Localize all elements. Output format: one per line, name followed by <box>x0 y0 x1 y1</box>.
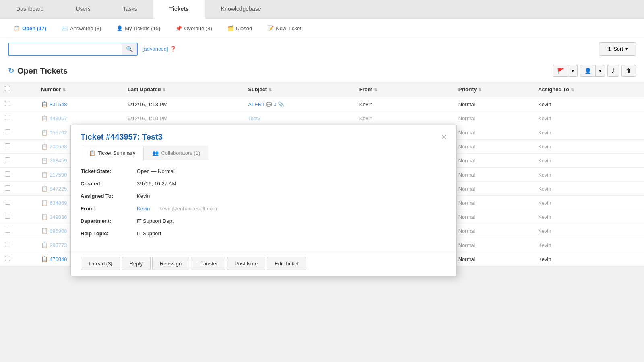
tab-label: Collaborators (1) <box>161 150 200 156</box>
assigned-to-value: Kevin <box>137 193 150 199</box>
from-label: From: <box>80 206 137 212</box>
tab-label: Ticket Summary <box>98 150 135 156</box>
from-link[interactable]: Kevin <box>137 206 150 212</box>
popup-footer-btn-transfer[interactable]: Transfer <box>191 257 225 270</box>
ticket-popup: Ticket #443957: Test3 ✕ 📋Ticket Summary👥… <box>70 125 457 276</box>
from-email: kevin@enhancesoft.com <box>159 206 217 212</box>
popup-title: Ticket #443957: Test3 <box>80 132 163 142</box>
tab-icon: 👥 <box>152 150 159 156</box>
popup-footer-btn-reassign[interactable]: Reassign <box>152 257 189 270</box>
popup-tabs: 📋Ticket Summary👥Collaborators (1) <box>71 146 456 160</box>
created-row: Created: 3/1/16, 10:27 AM <box>80 181 447 187</box>
ticket-state-row: Ticket State: Open — Normal <box>80 168 447 174</box>
popup-footer-btn-reply[interactable]: Reply <box>122 257 151 270</box>
created-label: Created: <box>80 181 137 187</box>
tab-icon: 📋 <box>89 150 95 156</box>
help-topic-label: Help Topic: <box>80 230 137 237</box>
popup-footer-btn-post-note[interactable]: Post Note <box>227 257 265 270</box>
popup-body: Ticket State: Open — Normal Created: 3/1… <box>71 160 456 251</box>
popup-tab-ticket-summary[interactable]: 📋Ticket Summary <box>80 146 144 160</box>
ticket-state-value: Open — Normal <box>137 168 175 174</box>
popup-close-button[interactable]: ✕ <box>441 133 447 142</box>
popup-footer-btn-thread----[interactable]: Thread (3) <box>80 257 120 270</box>
popup-overlay: Ticket #443957: Test3 ✕ 📋Ticket Summary👥… <box>0 0 644 362</box>
ticket-state-label: Ticket State: <box>80 168 137 174</box>
popup-tab-collaborators----[interactable]: 👥Collaborators (1) <box>144 146 208 160</box>
help-topic-row: Help Topic: IT Support <box>80 230 447 237</box>
created-value: 3/1/16, 10:27 AM <box>137 181 176 187</box>
assigned-to-label: Assigned To: <box>80 193 137 199</box>
department-label: Department: <box>80 218 137 224</box>
assigned-to-row: Assigned To: Kevin <box>80 193 447 199</box>
from-row: From: Kevin kevin@enhancesoft.com <box>80 206 447 212</box>
department-row: Department: IT Support Dept <box>80 218 447 224</box>
from-value: Kevin kevin@enhancesoft.com <box>137 206 217 212</box>
popup-header: Ticket #443957: Test3 ✕ <box>71 125 456 146</box>
help-topic-value: IT Support <box>137 230 161 237</box>
department-value: IT Support Dept <box>137 218 174 224</box>
popup-footer-btn-edit-ticket[interactable]: Edit Ticket <box>267 257 306 270</box>
popup-footer: Thread (3)ReplyReassignTransferPost Note… <box>71 251 456 276</box>
